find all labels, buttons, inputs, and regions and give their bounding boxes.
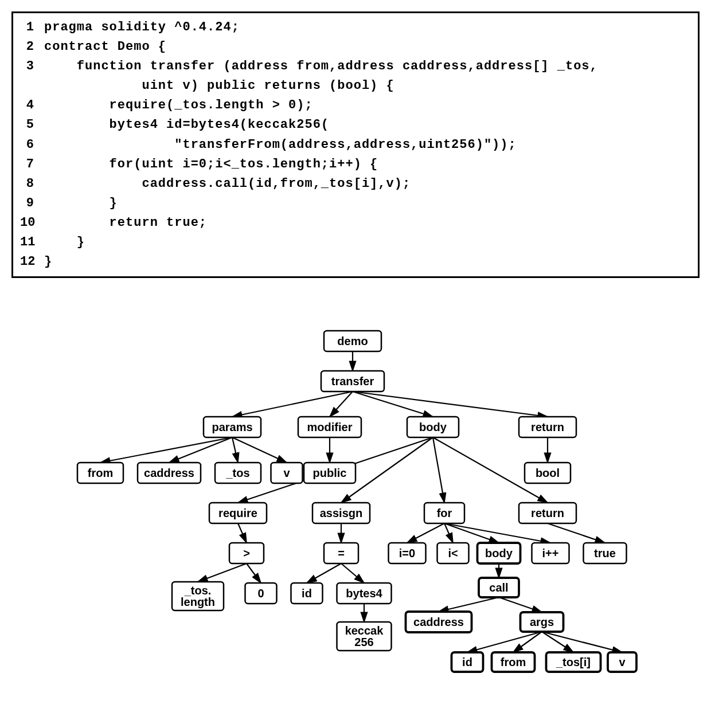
ast-diagram: demotransferparamsmodifierbodyreturnfrom…	[11, 324, 700, 691]
svg-text:_tos[i]: _tos[i]	[556, 656, 591, 668]
tree-edge	[467, 632, 542, 652]
tree-edge	[548, 523, 605, 543]
svg-text:i=0: i=0	[399, 547, 415, 559]
tree-edge	[100, 437, 232, 463]
code-line: 1pragma solidity ^0.4.24;	[20, 18, 691, 37]
svg-text:length: length	[181, 596, 215, 608]
code-text: caddress.call(id,from,_tos[i],v);	[44, 174, 411, 194]
code-text: }	[44, 252, 52, 272]
code-line: 3 function transfer (address from,addres…	[20, 57, 691, 76]
code-text: }	[44, 233, 85, 252]
svg-text:0: 0	[257, 587, 264, 600]
line-number: 6	[20, 135, 44, 155]
svg-text:for: for	[437, 507, 452, 519]
tree-node-demo: demo	[324, 331, 381, 351]
line-number: 7	[20, 155, 44, 174]
code-text: contract Demo {	[44, 37, 166, 57]
tree-edge	[439, 597, 499, 612]
tree-edge	[247, 563, 261, 583]
tree-node-eq: =	[324, 543, 358, 563]
tree-edge	[353, 392, 433, 417]
tree-edge	[444, 523, 550, 543]
svg-text:args: args	[530, 616, 554, 628]
tree-edge	[542, 632, 573, 652]
code-line: 12}	[20, 252, 691, 272]
svg-text:i<: i<	[448, 547, 458, 559]
svg-text:public: public	[313, 467, 347, 479]
code-text: for(uint i=0;i<_tos.length;i++) {	[44, 155, 378, 174]
tree-node-from2: from	[492, 652, 535, 672]
tree-node-caddress: caddress	[138, 463, 201, 483]
tree-node-keccak: keccak256	[337, 622, 392, 651]
tree-node-zero: 0	[245, 583, 277, 604]
line-number: 4	[20, 96, 44, 115]
svg-text:from: from	[88, 467, 113, 479]
tree-node-call: call	[479, 578, 519, 597]
svg-text:from: from	[501, 656, 526, 668]
svg-text:bytes4: bytes4	[346, 587, 382, 600]
svg-text:>: >	[243, 547, 250, 559]
svg-text:id: id	[462, 656, 472, 668]
tree-edge	[232, 437, 287, 463]
svg-text:v: v	[283, 467, 290, 479]
tree-edge	[198, 563, 247, 582]
tree-node-transfer: transfer	[321, 371, 384, 392]
tree-node-ipp: i++	[532, 543, 569, 563]
tree-edge	[444, 523, 499, 543]
tree-edge	[353, 392, 548, 417]
svg-text:id: id	[302, 587, 312, 600]
tree-node-tos: _tos	[215, 463, 261, 483]
svg-text:assisgn: assisgn	[320, 507, 362, 519]
tree-node-assign: assisgn	[312, 503, 370, 523]
svg-text:bool: bool	[536, 467, 560, 479]
tree-edge	[232, 392, 353, 417]
line-number: 11	[20, 233, 44, 252]
line-number: 1	[20, 18, 44, 37]
svg-text:_tos.: _tos.	[184, 584, 212, 597]
svg-text:=: =	[338, 547, 345, 559]
svg-text:_tos: _tos	[225, 467, 249, 479]
svg-text:params: params	[212, 421, 252, 433]
tree-node-tosi: _tos[i]	[546, 652, 601, 672]
tree-node-body2: body	[478, 543, 521, 563]
code-line: uint v) public returns (bool) {	[20, 76, 691, 96]
line-number: 2	[20, 37, 44, 57]
tree-node-caddr2: caddress	[406, 612, 472, 632]
tree-edge	[542, 632, 622, 652]
tree-edge	[407, 523, 444, 543]
svg-text:body: body	[485, 547, 513, 559]
tree-node-v2: v	[608, 652, 636, 672]
svg-text:v: v	[619, 656, 626, 668]
code-line: 6 "transferFrom(address,address,uint256)…	[20, 135, 691, 155]
svg-text:require: require	[218, 507, 257, 519]
code-text: bytes4 id=bytes4(keccak256(	[44, 115, 329, 135]
tree-edge	[238, 523, 247, 543]
svg-text:modifier: modifier	[307, 421, 353, 433]
svg-text:i++: i++	[542, 547, 559, 559]
tree-node-public: public	[304, 463, 356, 483]
tree-node-i0: i=0	[389, 543, 426, 563]
tree-node-for: for	[424, 503, 464, 523]
line-number: 5	[20, 115, 44, 135]
tree-node-bytes4: bytes4	[337, 583, 392, 604]
code-line: 9 }	[20, 194, 691, 213]
svg-text:transfer: transfer	[331, 375, 374, 388]
tree-node-toslen: _tos.length	[172, 582, 224, 610]
code-text: require(_tos.length > 0);	[44, 96, 313, 115]
code-text: "transferFrom(address,address,uint256)")…	[44, 135, 517, 155]
tree-edge	[433, 437, 444, 503]
tree-node-modifier: modifier	[298, 417, 361, 437]
tree-edge	[232, 437, 238, 463]
svg-text:caddress: caddress	[413, 616, 464, 628]
svg-text:call: call	[489, 581, 508, 594]
code-text: uint v) public returns (bool) {	[44, 76, 394, 96]
tree-edge	[499, 597, 542, 612]
tree-edge	[341, 563, 364, 583]
line-number: 3	[20, 57, 44, 76]
line-number: 10	[20, 213, 44, 233]
tree-edge	[513, 632, 542, 652]
code-line: 4 require(_tos.length > 0);	[20, 96, 691, 115]
code-text: pragma solidity ^0.4.24;	[44, 18, 240, 37]
tree-node-require: require	[209, 503, 267, 523]
svg-text:demo: demo	[337, 335, 368, 347]
